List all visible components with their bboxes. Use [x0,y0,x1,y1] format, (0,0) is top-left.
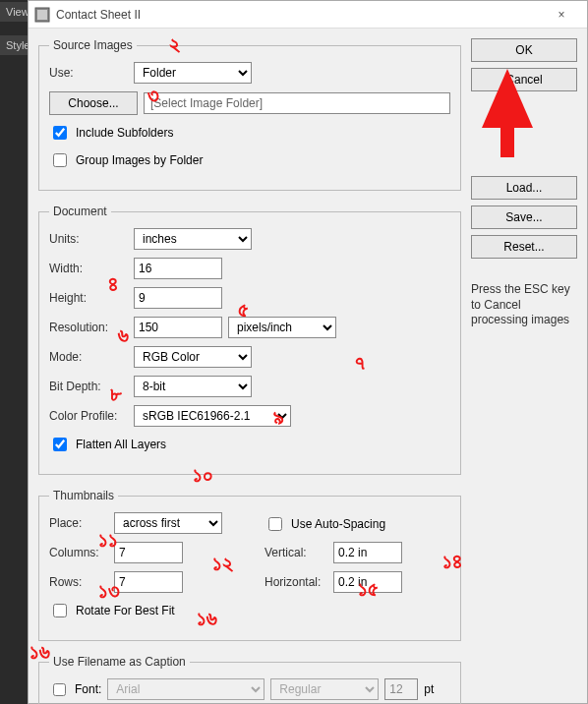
group-by-folder-input[interactable] [53,153,67,167]
caption-enable-checkbox[interactable] [53,683,66,696]
units-select[interactable]: inches [134,228,252,250]
resolution-label: Resolution: [49,321,134,334]
horizontal-label: Horizontal: [265,575,333,589]
folder-path-display: [Select Image Folder] [144,92,450,114]
close-icon[interactable]: × [542,1,581,29]
ok-button[interactable]: OK [471,38,577,62]
rows-input[interactable] [114,571,183,593]
include-subfolders-label: Include Subfolders [76,126,173,140]
save-button[interactable]: Save... [471,205,577,229]
include-subfolders-input[interactable] [53,126,67,140]
contact-sheet-dialog: Contact Sheet II × Source Images Use: Fo… [28,0,588,704]
flatten-layers-input[interactable] [53,438,67,451]
flatten-layers-label: Flatten All Layers [76,438,166,451]
use-label: Use: [49,66,134,80]
choose-button[interactable]: Choose... [49,91,138,115]
document-legend: Document [49,205,111,218]
titlebar: Contact Sheet II × [29,1,587,29]
svg-rect-1 [37,10,47,20]
font-size-input [384,678,418,700]
cancel-button[interactable]: Cancel [471,68,577,91]
source-images-group: Source Images Use: Folder Choose... [Sel… [38,38,461,191]
horizontal-input[interactable] [333,571,402,593]
bitdepth-label: Bit Depth: [49,380,134,393]
profile-label: Color Profile: [49,409,134,423]
width-label: Width: [49,262,134,275]
load-button[interactable]: Load... [471,176,577,200]
auto-spacing-input[interactable] [268,517,282,531]
app-icon [34,7,50,23]
use-select[interactable]: Folder [134,62,252,84]
rotate-best-fit-input[interactable] [53,604,67,617]
profile-select[interactable]: sRGB IEC61966-2.1 [134,405,291,427]
group-by-folder-checkbox[interactable]: Group Images by Folder [49,150,450,170]
width-input[interactable] [134,258,222,279]
vertical-label: Vertical: [265,546,333,559]
mode-label: Mode: [49,350,134,364]
columns-input[interactable] [114,542,183,563]
font-label: Font: [75,682,101,696]
thumbnails-group: Thumbnails Place: across first Columns: … [38,489,461,641]
auto-spacing-checkbox[interactable]: Use Auto-Spacing [265,514,450,534]
group-by-folder-label: Group Images by Folder [76,153,203,167]
flatten-layers-checkbox[interactable]: Flatten All Layers [49,435,450,454]
dialog-title: Contact Sheet II [56,8,542,22]
esc-hint: Press the ESC key to Cancel processing i… [471,282,577,328]
mode-select[interactable]: RGB Color [134,346,252,368]
height-input[interactable] [134,287,222,309]
include-subfolders-checkbox[interactable]: Include Subfolders [49,123,450,143]
caption-legend: Use Filename as Caption [49,655,190,669]
rotate-best-fit-label: Rotate For Best Fit [76,604,175,617]
thumbnails-legend: Thumbnails [49,489,118,502]
resolution-input[interactable] [134,317,222,338]
font-select: Arial [107,678,265,700]
font-size-unit: pt [424,682,434,696]
vertical-input[interactable] [333,542,402,563]
place-label: Place: [49,516,114,530]
reset-button[interactable]: Reset... [471,235,577,259]
source-images-legend: Source Images [49,38,137,52]
font-style-select: Regular [270,678,379,700]
columns-label: Columns: [49,546,114,559]
units-label: Units: [49,232,134,246]
auto-spacing-label: Use Auto-Spacing [291,517,385,531]
resolution-units-select[interactable]: pixels/inch [228,317,336,338]
height-label: Height: [49,291,134,305]
bitdepth-select[interactable]: 8-bit [134,376,252,397]
caption-group: Use Filename as Caption Font: Arial Regu… [38,655,461,704]
rotate-best-fit-checkbox[interactable]: Rotate For Best Fit [49,601,235,620]
place-select[interactable]: across first [114,512,222,534]
document-group: Document Units: inches Width: Height: Re… [38,205,461,475]
rows-label: Rows: [49,575,114,589]
